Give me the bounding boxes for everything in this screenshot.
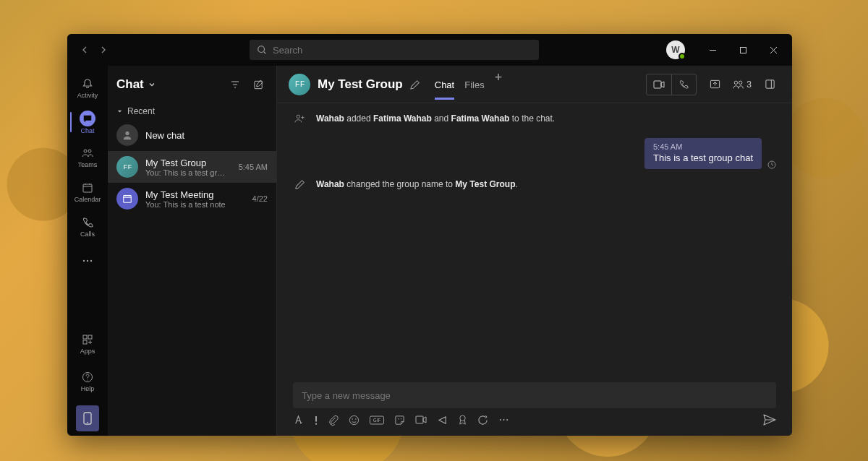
back-button[interactable] — [76, 41, 93, 59]
chat-name: My Test Meeting — [145, 189, 242, 200]
rail-apps[interactable]: Apps — [70, 326, 105, 361]
filter-button[interactable] — [226, 75, 244, 94]
sticker-button[interactable] — [394, 415, 405, 426]
presence-indicator — [678, 53, 686, 60]
conversation-title: My Test Group — [318, 77, 403, 92]
svg-point-2 — [84, 150, 87, 152]
tab-chat[interactable]: Chat — [435, 69, 454, 100]
svg-rect-16 — [124, 196, 132, 203]
svg-point-25 — [349, 415, 358, 424]
rail-help[interactable]: Help — [70, 363, 105, 398]
rail-label: Help — [81, 385, 95, 392]
svg-point-27 — [355, 418, 357, 420]
meet-button[interactable] — [415, 415, 427, 425]
close-icon — [770, 46, 778, 54]
compose-input[interactable] — [302, 390, 767, 401]
rail-chat[interactable]: Chat — [70, 105, 105, 139]
audio-call-button[interactable] — [671, 74, 696, 95]
tab-files[interactable]: Files — [464, 69, 484, 100]
send-icon — [763, 414, 776, 426]
svg-point-22 — [297, 115, 299, 118]
svg-point-0 — [258, 46, 265, 53]
gif-button[interactable]: GIF — [370, 415, 384, 425]
send-button[interactable] — [763, 414, 776, 426]
attach-icon — [328, 415, 339, 426]
chatlist-dropdown[interactable] — [148, 81, 156, 88]
rail-more[interactable] — [70, 244, 105, 278]
maximize-icon — [739, 46, 747, 54]
nav-arrows — [76, 41, 112, 59]
rail-mobile-button[interactable] — [76, 405, 99, 431]
chat-row-group[interactable]: F F My Test Group You: This is a test gr… — [108, 151, 276, 183]
svg-text:GIF: GIF — [373, 418, 381, 423]
profile-avatar[interactable]: W — [666, 40, 685, 59]
search-icon — [257, 45, 267, 55]
close-button[interactable] — [759, 38, 788, 61]
rail-calls[interactable]: Calls — [70, 209, 105, 244]
more-actions-button[interactable] — [498, 418, 509, 421]
open-pane-button[interactable] — [759, 74, 780, 95]
teams-window: W Activity — [67, 34, 792, 436]
edit-title-button[interactable] — [410, 79, 420, 90]
participants-button[interactable]: 3 — [733, 79, 752, 90]
chat-time: 5:45 AM — [239, 163, 268, 171]
section-recent[interactable]: Recent — [108, 103, 276, 119]
rail-activity[interactable]: Activity — [70, 70, 105, 105]
svg-point-26 — [352, 418, 353, 420]
search-box[interactable] — [250, 40, 539, 60]
rail-label: Teams — [78, 161, 98, 168]
new-chat-button[interactable] — [249, 75, 268, 94]
pencil-icon — [410, 79, 420, 90]
chat-row-meeting[interactable]: My Test Meeting You: This is a test note… — [108, 183, 276, 215]
video-icon — [653, 80, 665, 89]
add-tab-button[interactable]: + — [495, 69, 503, 100]
svg-point-34 — [500, 419, 501, 421]
approvals-button[interactable] — [477, 415, 488, 426]
svg-point-30 — [398, 418, 399, 418]
format-button[interactable] — [293, 415, 304, 426]
chatlist-title: Chat — [116, 77, 144, 92]
svg-point-33 — [460, 415, 465, 421]
chat-row-new[interactable]: New chat — [108, 119, 276, 151]
video-call-button[interactable] — [647, 74, 671, 95]
caret-down-icon — [116, 108, 123, 115]
chat-name: New chat — [145, 130, 268, 141]
meeting-avatar-icon — [116, 188, 138, 210]
praise-button[interactable] — [458, 415, 467, 426]
attach-button[interactable] — [328, 415, 339, 426]
rail-calendar[interactable]: Calendar — [70, 174, 105, 209]
search-input[interactable] — [273, 45, 532, 56]
minimize-button[interactable] — [698, 38, 727, 61]
share-button[interactable] — [704, 74, 726, 95]
share-screen-icon — [710, 79, 720, 90]
read-receipt-icon — [767, 160, 776, 169]
rail-label: Chat — [80, 127, 94, 134]
svg-point-35 — [503, 419, 504, 421]
titlebar-right: W — [666, 38, 788, 61]
message-bubble[interactable]: 5:45 AM This is a test group chat — [644, 138, 762, 169]
priority-button[interactable] — [314, 415, 318, 426]
main-area: Activity Chat Teams Calendar — [67, 66, 792, 436]
more-icon — [80, 254, 95, 268]
compose-toolbar: GIF — [293, 414, 776, 426]
stream-button[interactable] — [437, 415, 448, 426]
svg-rect-32 — [416, 416, 423, 423]
chat-icon — [80, 111, 95, 126]
maximize-button[interactable] — [728, 38, 757, 61]
emoji-button[interactable] — [349, 415, 359, 426]
svg-point-31 — [401, 418, 401, 418]
svg-rect-17 — [654, 81, 661, 88]
person-add-icon — [293, 113, 307, 124]
calendar-icon — [80, 181, 95, 195]
svg-rect-8 — [83, 335, 87, 339]
gif-icon: GIF — [370, 415, 384, 425]
compose-box[interactable] — [293, 382, 776, 408]
section-label: Recent — [127, 106, 155, 116]
forward-button[interactable] — [95, 41, 112, 59]
app-rail: Activity Chat Teams Calendar — [67, 66, 108, 436]
sticker-icon — [394, 415, 405, 426]
group-avatar: F F — [116, 156, 138, 178]
svg-rect-14 — [254, 81, 261, 88]
svg-point-24 — [315, 423, 317, 424]
rail-teams[interactable]: Teams — [70, 139, 105, 174]
